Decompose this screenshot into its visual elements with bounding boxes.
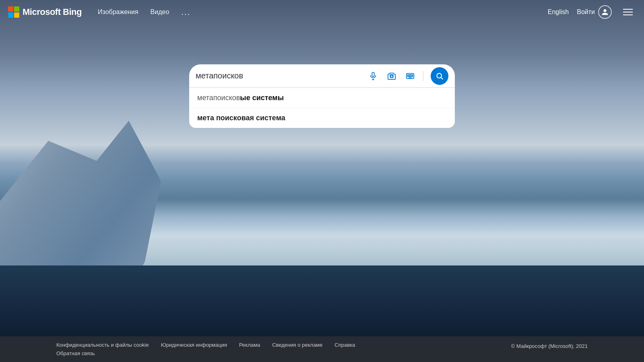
hamburger-line-2 — [623, 12, 633, 12]
visual-search-button[interactable] — [384, 69, 399, 83]
svg-point-16 — [409, 74, 410, 75]
search-divider — [423, 71, 423, 81]
mic-icon — [369, 72, 378, 80]
suggestion-1-prefix: метапоисков — [197, 94, 240, 102]
search-submit-icon — [436, 72, 444, 80]
search-submit-button[interactable] — [431, 67, 448, 85]
svg-point-19 — [408, 76, 409, 77]
suggestion-item-2[interactable]: мета поисковая система — [189, 108, 455, 128]
logo-sq-yellow — [14, 12, 19, 18]
language-selector[interactable]: English — [548, 8, 569, 16]
hamburger-line-1 — [623, 9, 633, 10]
footer-legal[interactable]: Юридическая информация — [161, 342, 227, 348]
hamburger-line-3 — [623, 14, 633, 15]
svg-line-24 — [441, 77, 443, 79]
water — [0, 265, 644, 338]
hamburger-menu[interactable] — [620, 6, 636, 19]
nav-links: Изображения Видео ... — [98, 8, 548, 17]
footer: Конфиденциальность и файлы cookie Юридич… — [0, 336, 644, 362]
svg-point-20 — [409, 76, 410, 77]
signin-label: Войти — [577, 8, 595, 16]
logo-sq-blue — [8, 12, 13, 18]
camera-icon — [387, 72, 396, 80]
keyboard-icon — [406, 72, 415, 80]
mic-button[interactable] — [366, 69, 380, 83]
svg-rect-0 — [372, 72, 374, 76]
svg-point-21 — [411, 76, 411, 77]
navbar: Microsoft Bing Изображения Видео ... Eng… — [0, 0, 644, 24]
logo-sq-red — [8, 6, 13, 12]
footer-ad-info[interactable]: Сведения о рекламе — [272, 342, 322, 348]
svg-point-23 — [437, 73, 442, 78]
logo-sq-green — [14, 6, 19, 12]
microsoft-logo — [8, 6, 19, 18]
nav-images[interactable]: Изображения — [98, 8, 138, 16]
nav-right: English Войти — [548, 5, 636, 19]
search-box — [189, 64, 455, 88]
suggestion-item-1[interactable]: метапоисковые системы — [189, 88, 455, 108]
footer-feedback[interactable]: Обратная связь — [56, 350, 95, 356]
svg-point-22 — [412, 76, 413, 77]
footer-privacy[interactable]: Конфиденциальность и файлы cookie — [56, 342, 149, 348]
nav-more-button[interactable]: ... — [181, 8, 190, 17]
svg-point-17 — [411, 74, 411, 75]
search-icons — [366, 67, 448, 85]
logo-text: Microsoft Bing — [23, 7, 82, 17]
svg-point-18 — [412, 74, 413, 75]
footer-help[interactable]: Справка — [334, 342, 355, 348]
suggestions-dropdown: метапоисковые системы мета поисковая сис… — [189, 88, 455, 128]
user-icon — [601, 8, 609, 16]
svg-point-15 — [408, 74, 409, 75]
footer-links-row: Конфиденциальность и файлы cookie Юридич… — [56, 342, 588, 348]
footer-ads[interactable]: Реклама — [239, 342, 260, 348]
keyboard-button[interactable] — [403, 69, 417, 83]
nav-video[interactable]: Видео — [151, 8, 169, 16]
user-avatar-icon — [598, 5, 612, 19]
search-container: метапоисковые системы мета поисковая сис… — [189, 64, 455, 128]
suggestion-1-suffix: ые системы — [240, 94, 284, 102]
footer-copyright: © Майкрософт (Microsoft), 2021 — [511, 343, 588, 349]
logo-area[interactable]: Microsoft Bing — [8, 6, 82, 18]
search-input[interactable] — [196, 71, 366, 80]
suggestion-2-text: мета поисковая система — [197, 114, 285, 122]
footer-feedback-row: Обратная связь — [56, 350, 588, 356]
signin-button[interactable]: Войти — [577, 5, 612, 19]
